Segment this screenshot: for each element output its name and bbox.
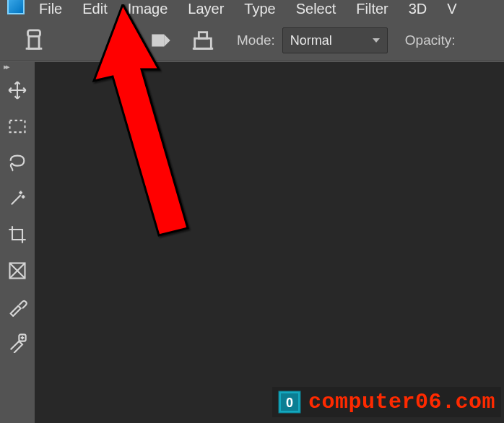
svg-rect-0 — [28, 30, 40, 37]
svg-rect-4 — [10, 121, 25, 132]
options-separator — [0, 61, 504, 61]
mode-select[interactable]: Normal — [282, 27, 388, 53]
menu-edit[interactable]: Edit — [82, 1, 107, 17]
menu-file[interactable]: File — [39, 1, 62, 17]
menu-filter[interactable]: Filter — [356, 1, 388, 17]
svg-text:0: 0 — [286, 396, 293, 410]
crop-tool[interactable] — [1, 219, 33, 250]
lasso-tool[interactable] — [1, 147, 33, 178]
aligned-toggle-icon[interactable] — [191, 28, 215, 53]
move-tool[interactable] — [1, 74, 33, 106]
frame-tool[interactable] — [1, 255, 33, 287]
eyedropper-tool[interactable] — [1, 291, 33, 323]
app-logo-icon — [7, 0, 25, 14]
svg-rect-3 — [199, 32, 207, 39]
svg-point-1 — [109, 30, 129, 51]
opacity-label: Opacity: — [405, 32, 456, 48]
current-tool-icon[interactable] — [22, 28, 46, 53]
chevron-down-icon — [373, 38, 380, 43]
watermark: 0 computer06.com — [272, 387, 501, 417]
double-chevron-icon: ▸▸ — [4, 62, 8, 71]
brush-preview-icon[interactable] — [107, 28, 131, 53]
watermark-logo-icon: 0 — [278, 391, 301, 414]
main-menubar: File Edit Image Layer Type Select Filter… — [0, 0, 504, 17]
menu-select[interactable]: Select — [296, 1, 336, 17]
sample-toggle-icon[interactable] — [149, 28, 173, 53]
menu-3d[interactable]: 3D — [409, 1, 427, 17]
watermark-text: computer06.com — [308, 390, 495, 414]
options-bar: Mode: Normal Opacity: — [0, 20, 504, 61]
document-canvas[interactable] — [35, 62, 504, 423]
magic-wand-tool[interactable] — [1, 183, 33, 214]
menu-layer[interactable]: Layer — [188, 1, 224, 17]
svg-rect-2 — [195, 38, 212, 48]
menu-view-cut[interactable]: V — [447, 1, 456, 17]
mode-label: Mode: — [237, 32, 275, 48]
spot-healing-tool[interactable] — [1, 327, 33, 359]
blend-mode-control: Mode: Normal — [233, 27, 388, 53]
panel-collapse-handle[interactable]: ▸▸ — [0, 62, 12, 71]
rect-marquee-tool[interactable] — [1, 110, 33, 142]
mode-value: Normal — [290, 33, 332, 48]
tool-palette — [0, 72, 35, 423]
menu-type[interactable]: Type — [244, 1, 275, 17]
menu-image[interactable]: Image — [128, 1, 168, 17]
